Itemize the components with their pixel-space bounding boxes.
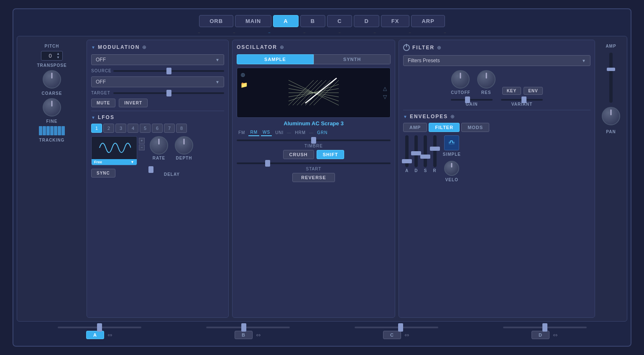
bottom-fader-d-thumb[interactable] bbox=[542, 323, 547, 332]
filter-search-icon[interactable]: ⊕ bbox=[437, 45, 441, 51]
osc-mode-ws[interactable]: WS bbox=[261, 129, 272, 136]
lfo-free-label[interactable]: Free ▼ bbox=[92, 159, 137, 165]
link-icon-b[interactable]: ⇔ bbox=[256, 332, 261, 338]
pan-knob[interactable] bbox=[602, 107, 620, 125]
bottom-fader-b-track[interactable] bbox=[206, 327, 290, 328]
lfo-delay-thumb[interactable] bbox=[148, 166, 153, 173]
osc-folder-icon[interactable]: 📁 bbox=[240, 81, 248, 88]
start-slider[interactable] bbox=[237, 162, 391, 164]
env-s-track[interactable] bbox=[424, 135, 427, 167]
env-a-track[interactable] bbox=[405, 135, 409, 167]
bottom-tab-a[interactable]: A bbox=[86, 331, 104, 339]
velo-knob[interactable] bbox=[444, 161, 459, 176]
env-a-thumb[interactable] bbox=[402, 159, 412, 163]
lfo-num-3[interactable]: 3 bbox=[115, 124, 126, 133]
gain-slider[interactable] bbox=[451, 99, 493, 101]
shift-button[interactable]: SHIFT bbox=[317, 150, 345, 159]
source-slider[interactable] bbox=[113, 70, 224, 72]
filter-power-icon[interactable] bbox=[403, 44, 410, 51]
res-knob[interactable] bbox=[477, 70, 496, 89]
nav-tab-main[interactable]: MAIN bbox=[235, 15, 271, 27]
invert-button[interactable]: INVERT bbox=[119, 99, 148, 107]
envelopes-search-icon[interactable]: ⊕ bbox=[450, 114, 455, 119]
source-slider-thumb[interactable] bbox=[166, 68, 171, 74]
coarse-knob[interactable] bbox=[43, 70, 61, 89]
gain-slider-thumb[interactable] bbox=[465, 96, 470, 103]
variant-slider[interactable] bbox=[501, 99, 543, 101]
timbre-slider-thumb[interactable] bbox=[311, 137, 316, 144]
osc-mode-fm[interactable]: FM bbox=[237, 129, 247, 136]
osc-mode-grn[interactable]: GRN bbox=[315, 129, 329, 136]
lfo-num-7[interactable]: 7 bbox=[164, 124, 175, 133]
filter-presets-dropdown[interactable]: Filters Presets ▼ bbox=[403, 55, 590, 66]
link-icon-c[interactable]: ⇔ bbox=[404, 332, 409, 338]
nav-tab-orb[interactable]: ORB bbox=[199, 15, 233, 27]
nav-tab-a[interactable]: A bbox=[273, 15, 298, 27]
bottom-fader-a-track[interactable] bbox=[58, 327, 141, 328]
bottom-fader-c-track[interactable] bbox=[355, 327, 438, 328]
link-icon-d[interactable]: ⇔ bbox=[553, 332, 558, 338]
lfo-free-arrow[interactable]: ▼ bbox=[130, 160, 134, 164]
osc-up-arrow[interactable]: △ bbox=[383, 86, 387, 91]
target-slider-thumb[interactable] bbox=[166, 90, 171, 96]
lfo-num-1[interactable]: 1 bbox=[91, 124, 102, 133]
lfo-rate-knob[interactable] bbox=[150, 136, 168, 155]
osc-down-arrow[interactable]: ▽ bbox=[383, 94, 387, 100]
osc-mode-hrm[interactable]: HRM bbox=[293, 129, 307, 136]
key-button[interactable]: KEY bbox=[502, 87, 521, 95]
lfo-num-5[interactable]: 5 bbox=[140, 124, 151, 133]
bottom-tab-c[interactable]: C bbox=[383, 331, 401, 339]
timbre-slider[interactable] bbox=[237, 139, 391, 141]
lfo-num-8[interactable]: 8 bbox=[176, 124, 187, 133]
env-d-track[interactable] bbox=[414, 135, 418, 167]
cutoff-knob[interactable] bbox=[451, 70, 470, 89]
osc-zoom-icon[interactable]: ⊕ bbox=[240, 71, 248, 78]
bottom-fader-b-thumb[interactable] bbox=[241, 323, 246, 332]
env-r-thumb[interactable] bbox=[430, 147, 440, 151]
env-tab-mods[interactable]: MODS bbox=[461, 123, 489, 132]
bottom-fader-c-thumb[interactable] bbox=[398, 323, 403, 332]
amp-fader[interactable] bbox=[609, 53, 613, 103]
fine-knob[interactable] bbox=[43, 98, 61, 117]
pitch-value-input[interactable] bbox=[44, 53, 56, 59]
lfo-side-btn-plus[interactable]: + bbox=[139, 138, 145, 144]
bottom-fader-d-track[interactable] bbox=[503, 327, 587, 328]
bottom-tab-b[interactable]: B bbox=[235, 331, 253, 339]
bottom-tab-d[interactable]: D bbox=[532, 331, 549, 339]
simple-icon-btn[interactable] bbox=[444, 135, 459, 150]
oscillator-search-icon[interactable]: ⊕ bbox=[280, 44, 284, 50]
env-tab-amp[interactable]: AMP bbox=[403, 123, 427, 132]
pitch-down-arrow[interactable]: ▼ bbox=[56, 56, 60, 59]
osc-mode-rm[interactable]: RM bbox=[248, 129, 259, 136]
modulation-source-dropdown[interactable]: OFF ▼ bbox=[91, 54, 224, 65]
lfo-depth-knob[interactable] bbox=[175, 136, 193, 155]
osc-sample-btn[interactable]: SAMPLE bbox=[237, 54, 314, 64]
link-icon-a[interactable]: ⇔ bbox=[107, 332, 112, 338]
crush-button[interactable]: CRUSH bbox=[283, 150, 314, 159]
lfo-side-btn-minus[interactable]: − bbox=[139, 145, 145, 150]
env-d-thumb[interactable] bbox=[411, 151, 421, 155]
nav-tab-c[interactable]: C bbox=[327, 15, 352, 27]
env-tab-filter[interactable]: FILTER bbox=[429, 123, 460, 132]
bottom-fader-a-thumb[interactable] bbox=[97, 323, 102, 332]
env-r-track[interactable] bbox=[433, 135, 437, 167]
env-s-thumb[interactable] bbox=[420, 155, 430, 159]
nav-tab-fx[interactable]: FX bbox=[381, 15, 410, 27]
osc-synth-btn[interactable]: SYNTH bbox=[314, 54, 391, 64]
env-button[interactable]: ENV bbox=[524, 87, 543, 95]
target-slider[interactable] bbox=[113, 92, 224, 94]
variant-slider-thumb[interactable] bbox=[521, 96, 526, 103]
mute-button[interactable]: MUTE bbox=[91, 99, 115, 107]
amp-fader-thumb[interactable] bbox=[607, 68, 615, 71]
modulation-target-dropdown[interactable]: OFF ▼ bbox=[91, 76, 224, 87]
lfo-num-4[interactable]: 4 bbox=[128, 124, 138, 133]
pitch-up-arrow[interactable]: ▲ bbox=[56, 52, 60, 56]
nav-tab-b[interactable]: B bbox=[300, 15, 325, 27]
lfo-num-6[interactable]: 6 bbox=[152, 124, 163, 133]
lfo-num-2[interactable]: 2 bbox=[103, 124, 114, 133]
sync-button[interactable]: SYNC bbox=[91, 169, 115, 178]
modulation-search-icon[interactable]: ⊕ bbox=[142, 44, 146, 50]
reverse-button[interactable]: REVERSE bbox=[292, 173, 335, 182]
nav-tab-arp[interactable]: ARP bbox=[411, 15, 445, 27]
osc-mode-uni[interactable]: UNI bbox=[273, 129, 285, 136]
